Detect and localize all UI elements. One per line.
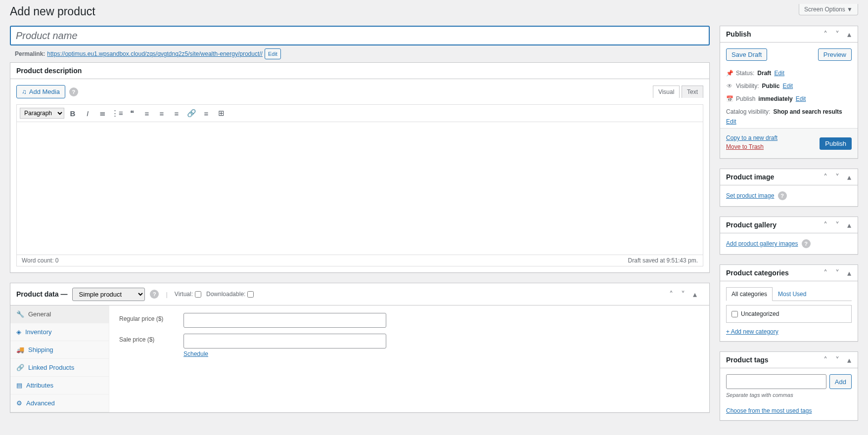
set-product-image-link[interactable]: Set product image (726, 192, 774, 199)
edit-status-link[interactable]: Edit (774, 70, 784, 77)
media-icon: ♫ (22, 88, 27, 95)
draft-saved-status: Draft saved at 9:51:43 pm. (628, 257, 698, 264)
align-left-button[interactable]: ≡ (140, 107, 153, 120)
help-icon[interactable]: ? (69, 87, 78, 96)
toggle-panel-icon[interactable]: ▴ (844, 27, 855, 41)
sale-price-input[interactable] (183, 334, 386, 348)
tag-hint: Separate tags with commas (726, 392, 852, 398)
edit-date-link[interactable]: Edit (796, 95, 806, 102)
virtual-checkbox[interactable] (195, 291, 201, 298)
screen-options-button[interactable]: Screen Options ▼ (799, 4, 858, 15)
calendar-icon: 📅 (726, 95, 733, 102)
eye-icon: 👁 (726, 83, 733, 89)
help-icon[interactable]: ? (802, 239, 811, 248)
gear-icon: ⚙ (16, 399, 22, 407)
inventory-icon: ◈ (16, 328, 21, 336)
description-panel-title: Product description (10, 63, 88, 79)
more-button[interactable]: ≡ (200, 107, 213, 120)
product-image-panel-title: Product image (720, 169, 780, 185)
toggle-panel-icon[interactable]: ▴ (844, 170, 855, 184)
publish-button[interactable]: Publish (820, 137, 852, 150)
quote-button[interactable]: ❝ (126, 107, 138, 120)
tag-input[interactable] (726, 374, 826, 389)
product-categories-panel-title: Product categories (720, 265, 795, 281)
move-up-icon[interactable]: ˄ (820, 170, 831, 184)
edit-visibility-link[interactable]: Edit (782, 83, 793, 89)
fullscreen-button[interactable]: ⊞ (215, 107, 228, 120)
choose-tags-link[interactable]: Choose from the most used tags (726, 407, 812, 414)
schedule-link[interactable]: Schedule (183, 350, 208, 357)
truck-icon: 🚚 (16, 346, 24, 353)
tab-general[interactable]: 🔧General (10, 305, 109, 323)
edit-catalog-link[interactable]: Edit (726, 118, 852, 125)
downloadable-label: Downloadable: (206, 291, 245, 298)
tab-advanced[interactable]: ⚙Advanced (10, 394, 109, 412)
move-up-icon[interactable]: ˄ (820, 266, 831, 280)
tab-inventory[interactable]: ◈Inventory (10, 323, 109, 341)
link-icon: 🔗 (16, 364, 24, 371)
add-media-button[interactable]: ♫ Add Media (16, 85, 65, 98)
downloadable-checkbox[interactable] (247, 291, 254, 298)
move-down-icon[interactable]: ˅ (832, 353, 843, 367)
product-type-select[interactable]: Simple product (72, 288, 145, 301)
italic-button[interactable]: I (81, 107, 94, 120)
page-title: Add new product (10, 5, 858, 18)
list-icon: ▤ (16, 382, 22, 389)
product-tags-panel-title: Product tags (720, 352, 775, 368)
product-name-input[interactable] (10, 26, 710, 45)
editor-content[interactable] (16, 122, 703, 255)
move-up-icon[interactable]: ˄ (820, 218, 831, 232)
tab-shipping[interactable]: 🚚Shipping (10, 341, 109, 359)
regular-price-input[interactable] (183, 313, 386, 328)
align-center-button[interactable]: ≡ (155, 107, 168, 120)
add-gallery-images-link[interactable]: Add product gallery images (726, 240, 798, 247)
product-gallery-panel-title: Product gallery (720, 217, 782, 233)
add-tag-button[interactable]: Add (829, 374, 852, 389)
editor-toolbar: Paragraph B I ≣ ⋮≡ ❝ ≡ ≡ ≡ 🔗 ≡ ⊞ (16, 104, 703, 122)
sale-price-label: Sale price ($) (119, 334, 183, 343)
help-icon[interactable]: ? (150, 290, 159, 299)
tab-linked-products[interactable]: 🔗Linked Products (10, 359, 109, 377)
preview-button[interactable]: Preview (818, 48, 852, 61)
tab-all-categories[interactable]: All categories (726, 287, 773, 301)
publish-panel-title: Publish (720, 26, 757, 42)
word-count: Word count: 0 (22, 257, 58, 264)
tab-visual[interactable]: Visual (653, 86, 680, 98)
tab-text[interactable]: Text (682, 86, 703, 98)
toggle-panel-icon[interactable]: ▴ (844, 218, 855, 232)
save-draft-button[interactable]: Save Draft (726, 48, 767, 61)
permalink-label: Permalink: (15, 50, 45, 57)
move-down-icon[interactable]: ˅ (678, 287, 688, 301)
move-down-icon[interactable]: ˅ (832, 170, 843, 184)
move-down-icon[interactable]: ˅ (832, 266, 843, 280)
move-down-icon[interactable]: ˅ (832, 218, 843, 232)
toggle-panel-icon[interactable]: ▴ (689, 287, 700, 301)
bold-button[interactable]: B (66, 107, 79, 120)
toggle-panel-icon[interactable]: ▴ (844, 266, 855, 280)
help-icon[interactable]: ? (778, 191, 787, 200)
toggle-panel-icon[interactable]: ▴ (844, 353, 855, 367)
ol-button[interactable]: ⋮≡ (111, 107, 124, 120)
wrench-icon: 🔧 (16, 310, 24, 318)
regular-price-label: Regular price ($) (119, 313, 183, 322)
align-right-button[interactable]: ≡ (170, 107, 183, 120)
ul-button[interactable]: ≣ (96, 107, 109, 120)
virtual-label: Virtual: (175, 291, 193, 298)
link-button[interactable]: 🔗 (185, 107, 198, 120)
pin-icon: 📌 (726, 70, 733, 77)
tab-most-used[interactable]: Most Used (773, 287, 812, 301)
move-up-icon[interactable]: ˄ (666, 287, 677, 301)
move-up-icon[interactable]: ˄ (820, 27, 831, 41)
add-new-category-link[interactable]: + Add new category (726, 328, 778, 335)
permalink-url[interactable]: https://optimus.eu1.wpsandbox.cloud/zqs/… (47, 50, 263, 57)
move-down-icon[interactable]: ˅ (832, 27, 843, 41)
permalink-edit-button[interactable]: Edit (265, 48, 281, 59)
move-up-icon[interactable]: ˄ (820, 353, 831, 367)
copy-draft-link[interactable]: Copy to a new draft (726, 134, 777, 141)
tab-attributes[interactable]: ▤Attributes (10, 377, 109, 394)
paragraph-select[interactable]: Paragraph (20, 108, 64, 119)
uncategorized-checkbox[interactable] (731, 311, 738, 317)
move-to-trash-link[interactable]: Move to Trash (726, 143, 777, 150)
product-data-label: Product data — (16, 290, 67, 298)
